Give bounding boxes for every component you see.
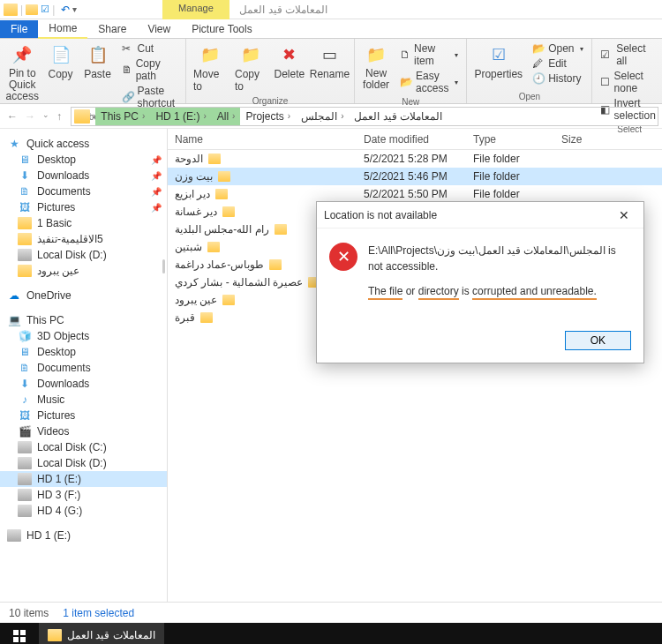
ok-button[interactable]: OK — [565, 331, 631, 350]
folder-icon — [48, 629, 62, 641]
edit-button[interactable]: 🖉Edit — [530, 56, 586, 71]
sidebar-item-desktop[interactable]: 🖥Desktop📌 — [0, 152, 167, 168]
dialog-header[interactable]: Location is not available ✕ — [317, 202, 643, 228]
file-type: File folder — [466, 168, 554, 184]
ribbon: 📌Pin to Quick access 📄Copy 📋Paste ✂Cut 🗎… — [0, 39, 662, 104]
sidebar-item-documents[interactable]: 🗎Documents📌 — [0, 183, 167, 199]
windows-icon — [13, 630, 26, 642]
check-icon[interactable]: ☑ — [41, 4, 49, 15]
breadcrumb[interactable]: › This PC› HD 1 (E:)› All› Projects› الم… — [71, 107, 658, 126]
sidebar-item[interactable]: ♪Music — [0, 392, 167, 408]
undo-icon[interactable]: ↶ — [61, 4, 70, 16]
sidebar-item[interactable]: 🖼Pictures — [0, 408, 167, 423]
delete-button[interactable]: ✖Delete — [274, 41, 305, 82]
move-to-button[interactable]: 📁Move to — [192, 41, 228, 94]
sidebar-item[interactable]: Local Disk (D:) — [0, 455, 167, 471]
properties-button[interactable]: ☑Properties — [472, 41, 524, 82]
paste-button[interactable]: 📋Paste — [82, 41, 114, 82]
table-row[interactable]: بيت وزن5/2/2021 5:46 PMFile folder — [168, 168, 662, 185]
select-none-button[interactable]: ☐Select none — [598, 69, 660, 95]
table-row[interactable]: الدوحة5/2/2021 5:28 PMFile folder — [168, 150, 662, 168]
folder-icon — [208, 154, 221, 164]
folder-icon — [222, 295, 235, 305]
3d-icon: 🧊 — [18, 330, 32, 342]
listview-header: Name Date modified Type Size — [168, 129, 662, 150]
qat: | ☑ | ↶ ▾ — [0, 4, 80, 16]
history-button[interactable]: 🕘History — [530, 71, 586, 86]
sidebar-item[interactable]: 🖥Desktop — [0, 344, 167, 360]
sidebar-quick-access[interactable]: ★Quick access — [0, 136, 167, 152]
sidebar-onedrive[interactable]: ☁OneDrive — [0, 288, 167, 303]
sidebar-item[interactable]: 🎬Videos — [0, 423, 167, 439]
new-folder-button[interactable]: 📁New folder — [360, 41, 392, 93]
breadcrumb-item[interactable]: Projects› — [240, 108, 296, 125]
downloads-icon: ⬇ — [18, 169, 32, 182]
easy-access-button[interactable]: 📂Easy access▾ — [397, 69, 461, 95]
column-header-size[interactable]: Size — [554, 130, 662, 149]
tab-file[interactable]: File — [0, 20, 38, 38]
sidebar-item[interactable]: HD 1 (E:) — [0, 528, 167, 543]
sidebar-item[interactable]: 🗎Documents — [0, 360, 167, 376]
easy-access-icon: 📂 — [400, 76, 412, 88]
forward-button[interactable]: → — [25, 110, 35, 123]
rename-button[interactable]: ▭Rename — [311, 41, 349, 82]
sidebar-item-downloads[interactable]: ⬇Downloads📌 — [0, 168, 167, 183]
tab-share[interactable]: Share — [87, 20, 137, 38]
nav-arrows: ← → ⌄ ↑ — [4, 110, 65, 123]
sidebar-item[interactable]: 1 Basic — [0, 215, 167, 231]
dropdown-icon[interactable]: ▾ — [72, 4, 77, 14]
folder-icon[interactable] — [26, 4, 38, 15]
tab-picture-tools[interactable]: Picture Tools — [181, 20, 262, 38]
sidebar-item-hd1[interactable]: HD 1 (E:) — [0, 471, 167, 487]
file-name: قبرة — [175, 311, 195, 324]
new-item-button[interactable]: 🗋New item▾ — [397, 41, 461, 68]
group-label: New — [402, 97, 419, 107]
file-name: طوباس-عماد دراغمة — [175, 258, 264, 271]
up-button[interactable]: ↑ — [56, 110, 62, 123]
breadcrumb-item[interactable]: All› — [212, 108, 241, 125]
path-icon: 🗎 — [122, 64, 132, 76]
sidebar-item[interactable]: عين يبرود — [0, 263, 167, 279]
folder-icon — [18, 233, 32, 245]
start-button[interactable] — [0, 623, 39, 644]
manage-tab[interactable]: Manage — [162, 0, 229, 19]
folder-icon — [200, 312, 213, 323]
taskbar-task[interactable]: المعاملات قيد العمل — [39, 623, 164, 644]
ribbon-group-clipboard: 📌Pin to Quick access 📄Copy 📋Paste ✂Cut 🗎… — [0, 39, 186, 103]
sidebar-item[interactable]: HD 3 (F:) — [0, 487, 167, 503]
sidebar-item-pictures[interactable]: 🖼Pictures📌 — [0, 199, 167, 215]
pin-button[interactable]: 📌Pin to Quick access — [5, 41, 40, 105]
sidebar-item[interactable]: Local Disk (C:) — [0, 439, 167, 455]
breadcrumb-item[interactable]: المجلس› — [296, 108, 349, 125]
column-header-type[interactable]: Type — [466, 130, 554, 149]
sidebar-item[interactable]: 🧊3D Objects — [0, 328, 167, 344]
breadcrumb-item[interactable]: HD 1 (E:)› — [150, 108, 211, 125]
pin-icon: 📌 — [151, 187, 162, 197]
table-row[interactable]: دير ابزيع5/2/2021 5:50 PMFile folder — [168, 185, 662, 203]
cut-button[interactable]: ✂Cut — [119, 41, 181, 56]
close-button[interactable]: ✕ — [612, 205, 636, 226]
column-header-name[interactable]: Name — [168, 130, 357, 149]
sidebar-item[interactable]: ⬇Downloads — [0, 376, 167, 392]
copy-to-button[interactable]: 📁Copy to — [233, 41, 268, 94]
error-dialog: Location is not available ✕ ✕ E:\All\Pro… — [316, 201, 644, 363]
breadcrumb-item[interactable]: المعاملات قيد العمل — [349, 108, 448, 125]
breadcrumb-item[interactable]: This PC› — [95, 108, 150, 125]
recent-button[interactable]: ⌄ — [42, 110, 49, 123]
open-button[interactable]: 📂Open▾ — [530, 41, 586, 56]
pin-icon: 📌 — [151, 203, 162, 213]
select-all-button[interactable]: ☑Select all — [598, 41, 660, 68]
copy-path-button[interactable]: 🗎Copy path — [119, 56, 181, 83]
tab-view[interactable]: View — [137, 20, 181, 38]
listview: Name Date modified Type Size الدوحة5/2/2… — [168, 129, 662, 602]
tab-home[interactable]: Home — [38, 19, 87, 39]
new-item-icon: 🗋 — [400, 49, 410, 61]
folder-icon — [275, 224, 287, 235]
copy-button[interactable]: 📄Copy — [45, 41, 77, 82]
back-button[interactable]: ← — [7, 110, 18, 123]
sidebar-item[interactable]: Local Disk (D:) — [0, 247, 167, 263]
sidebar-this-pc[interactable]: 💻This PC — [0, 312, 167, 328]
sidebar-item[interactable]: HD 4 (G:) — [0, 503, 167, 519]
sidebar-item[interactable]: 5الاقليمية-تنفيذ — [0, 231, 167, 247]
column-header-date[interactable]: Date modified — [357, 130, 466, 149]
